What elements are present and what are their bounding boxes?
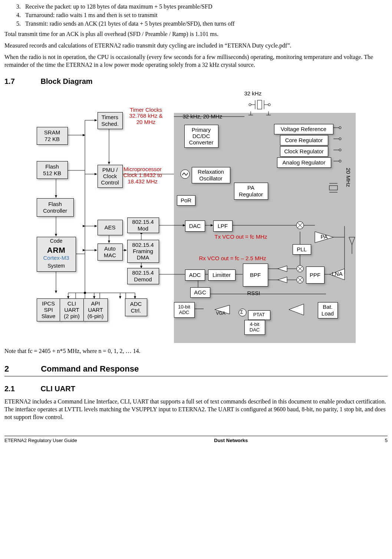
block-api-uart: APIUART(6-pin) <box>83 298 108 321</box>
block-relaxation-osc: RelaxationOscillator <box>192 167 230 183</box>
label-tx-vco: Tx VCO out = fc MHz <box>215 234 267 240</box>
label-microprocessor-clock: Microprocessor Clock 1.8432 to 18.432 MH… <box>123 166 162 185</box>
block-ppf: PPF <box>306 267 325 284</box>
block-mod: 802.15.4Mod <box>127 218 159 233</box>
block-diagram: SRAM72 KB Flash512 KB FlashController Co… <box>37 91 356 343</box>
block-sram: SRAM72 KB <box>37 127 68 145</box>
paragraph-measured-records: Measured records and calculations of ETE… <box>4 42 388 50</box>
svg-point-50 <box>249 104 251 106</box>
numbered-steps: Receive the packet: up to 128 bytes of d… <box>4 3 388 27</box>
heading-number: 2.1 <box>4 384 39 393</box>
block-framing: 802.15.4FramingDMA <box>127 240 159 263</box>
block-adc: ADC <box>185 269 205 281</box>
label-32khz: 32 kHz <box>244 91 262 97</box>
label-cortex: Cortex-M3 <box>37 254 76 262</box>
label-arm: ARM <box>37 245 76 255</box>
label-rssi: RSSI <box>247 290 260 297</box>
paragraph-cli-uart: ETERNA2 includes a Command Line Interfac… <box>4 398 388 421</box>
block-core-reg: Core Regulator <box>280 135 328 146</box>
footer-left: ETERNA2 Regulatory User Guide <box>4 438 77 444</box>
paragraph-low-power: When the radio is not in operation, the … <box>4 53 388 69</box>
heading-number: 1.7 <box>4 76 39 86</box>
block-adc-ctrl: ADCCtrl. <box>125 298 147 316</box>
heading-block-diagram: 1.7 Block Diagram <box>4 76 388 86</box>
block-agc: AGC <box>190 287 210 298</box>
block-bat-load: Bat.Load <box>318 302 338 318</box>
block-aes: AES <box>98 220 123 235</box>
block-pa: PA <box>321 234 328 240</box>
block-4bit-dac: 4-bitDAC <box>244 320 265 335</box>
block-analog-reg: Analog Regulator <box>277 157 331 168</box>
block-demod: 802.15.4Demod <box>127 268 159 284</box>
block-dac: DAC <box>185 220 205 232</box>
svg-point-51 <box>268 104 270 106</box>
label-timer-clocks: Timer Clocks 32.768 kHz & 20 MHz <box>129 107 163 125</box>
block-vga: VGA <box>216 311 225 316</box>
block-pll: PLL <box>293 244 311 255</box>
block-primary-dcdc: PrimaryDC/DCConverter <box>184 125 218 148</box>
block-lpf: LPF <box>213 220 233 232</box>
step-4: Turnaround: radio waits 1 ms and then is… <box>22 12 388 19</box>
footer-page-number: 5 <box>385 438 388 444</box>
heading-cli-uart: 2.1 CLI UART <box>4 384 388 393</box>
block-vref: Voltage Reference <box>274 124 333 134</box>
label-system: System <box>37 262 76 269</box>
block-limitter: Limitter <box>208 269 235 281</box>
heading-text: CLI UART <box>41 385 75 393</box>
label-rx-vco: Rx VCO out = fc – 2.5 MHz <box>199 255 266 262</box>
label-20mhz: 20 MHz <box>345 168 352 187</box>
block-lna: LNA <box>332 271 343 277</box>
block-10bit-adc: 10-bitADC <box>174 302 195 318</box>
block-cli-uart: CLIUART(2 pin) <box>60 298 84 321</box>
block-automac: AutoMAC <box>98 243 123 261</box>
label-32khz-20mhz: 32 kHz, 20 MHz <box>183 114 223 120</box>
step-5: Transmit: radio sends an ACK (21 bytes o… <box>22 20 388 28</box>
footer-center: Dust Networks <box>214 438 248 444</box>
block-flash: Flash512 KB <box>37 161 68 179</box>
block-arm-cpu: Code ARM Cortex-M3 System <box>37 237 76 272</box>
svg-rect-45 <box>257 100 262 109</box>
page-footer: ETERNA2 Regulatory User Guide Dust Netwo… <box>4 436 388 444</box>
svg-point-15 <box>84 292 86 294</box>
note-fc-formula: Note that fc = 2405 + n*5 MHz, where n =… <box>4 347 388 355</box>
block-flash-controller: FlashController <box>37 198 74 217</box>
step-3: Receive the packet: up to 128 bytes of d… <box>22 3 388 11</box>
heading-text: Command and Response <box>41 364 139 373</box>
block-por: PoR <box>177 195 195 206</box>
heading-command-response: 2 Command and Response <box>4 364 388 376</box>
block-ptat: PTAT <box>248 310 270 320</box>
heading-text: Block Diagram <box>41 77 93 85</box>
paragraph-total-transmit: Total transmit time for an ACK is plus a… <box>4 30 388 38</box>
label-code: Code <box>37 238 76 244</box>
block-pmu: PMU /ClockControl <box>98 165 123 188</box>
block-bpf: BPF <box>243 264 268 287</box>
block-pa-regulator: PARegulator <box>234 183 268 200</box>
heading-number: 2 <box>4 364 39 375</box>
block-ipcs: IPCSSPISlave <box>37 298 60 321</box>
sigma-symbol: Σ <box>240 310 243 315</box>
block-timers: TimersSched. <box>98 112 123 129</box>
block-clock-reg: Clock Regulator <box>280 146 328 157</box>
